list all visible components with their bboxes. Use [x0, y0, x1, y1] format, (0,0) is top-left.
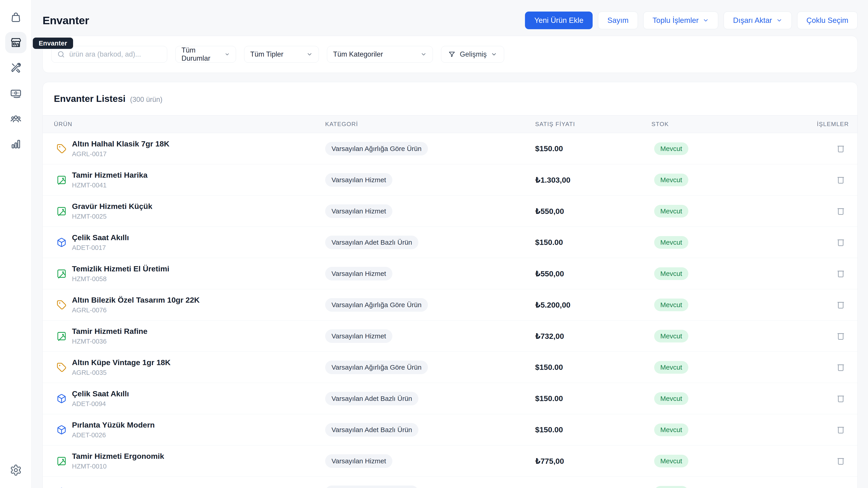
delete-button[interactable]: [835, 362, 846, 373]
sidebar-item-customers[interactable]: [9, 112, 22, 125]
trash-icon: [836, 362, 845, 372]
product-info: Temizlik Hizmeti El Üretimi HZMT-0058: [72, 264, 169, 283]
product-price: ₺550,00: [535, 269, 651, 278]
product-type-icon-wrap: [57, 487, 66, 488]
sidebar-item-repairs[interactable]: [9, 62, 22, 74]
actions-cell: [817, 174, 846, 186]
advanced-filter-button[interactable]: Gelişmiş: [441, 46, 504, 63]
sidebar-item-inventory[interactable]: [9, 36, 22, 49]
table-row[interactable]: Altın Bilezik Özel Tasarım 10gr 22K AGRL…: [43, 289, 857, 321]
table-row[interactable]: Tamir Hizmeti Ergonomik HZMT-0010 Varsay…: [43, 446, 857, 477]
trash-icon: [836, 300, 845, 309]
product-price: $150.00: [535, 238, 651, 247]
table-row[interactable]: Çelik Saat Akıllı ADET-0017 Varsayılan A…: [43, 227, 857, 258]
status-filter-select[interactable]: Tüm Durumlar: [175, 46, 236, 63]
product-info: Altın Halhal Klasik 7gr 18K AGRL-0017: [72, 140, 169, 158]
sidebar-item-finance[interactable]: [9, 87, 22, 100]
product-cell: Tamir Hizmeti Ergonomik HZMT-0010: [54, 452, 325, 470]
table-row[interactable]: Altın Küpe Vintage 1gr 18K AGRL-0035 Var…: [43, 352, 857, 383]
actions-cell: [817, 268, 846, 279]
stock-count-button[interactable]: Sayım: [598, 11, 638, 29]
product-price: $150.00: [535, 394, 651, 403]
product-type-icon-wrap: [57, 238, 66, 247]
category-cell: Varsayılan Hizmet: [325, 204, 535, 218]
product-cell: Tamir Hizmeti Harika HZMT-0041: [54, 171, 325, 189]
category-badge: Varsayılan Ağırlığa Göre Ürün: [325, 298, 428, 312]
trash-icon: [836, 238, 845, 247]
table-row[interactable]: Pırlanta Kolye Damla Varsayılan Adet Baz…: [43, 477, 857, 488]
delete-button[interactable]: [835, 268, 846, 279]
stock-badge: Mevcut: [654, 392, 688, 405]
table-row[interactable]: Temizlik Hizmeti El Üretimi HZMT-0058 Va…: [43, 258, 857, 289]
tag-icon: [57, 362, 66, 372]
multi-select-button[interactable]: Çoklu Seçim: [797, 11, 858, 29]
table-row[interactable]: Altın Halhal Klasik 7gr 18K AGRL-0017 Va…: [43, 133, 857, 164]
table-row[interactable]: Çelik Saat Akıllı ADET-0094 Varsayılan A…: [43, 383, 857, 414]
delete-button[interactable]: [835, 330, 846, 342]
table-body: Altın Halhal Klasik 7gr 18K AGRL-0017 Va…: [43, 133, 857, 488]
banknote-icon: [10, 87, 22, 99]
delete-button[interactable]: [835, 424, 846, 436]
delete-button[interactable]: [835, 455, 846, 467]
stock-badge: Mevcut: [654, 361, 688, 374]
table-row[interactable]: Pırlanta Yüzük Modern ADET-0026 Varsayıl…: [43, 414, 857, 446]
product-name: Tamir Hizmeti Harika: [72, 171, 148, 180]
bulk-actions-button[interactable]: Toplu İşlemler: [643, 11, 718, 29]
product-type-icon-wrap: [57, 456, 66, 466]
product-code: HZMT-0036: [72, 338, 148, 345]
product-code: AGRL-0017: [72, 150, 169, 158]
delete-button[interactable]: [835, 486, 846, 488]
category-cell: Varsayılan Hizmet: [325, 329, 535, 343]
category-badge: Varsayılan Adet Bazlı Ürün: [325, 423, 418, 437]
table-row[interactable]: Tamir Hizmeti Harika HZMT-0041 Varsayıla…: [43, 164, 857, 195]
category-cell: Varsayılan Hizmet: [325, 267, 535, 280]
stock-cell: Mevcut: [651, 361, 817, 374]
trash-icon: [836, 175, 845, 184]
stock-badge: Mevcut: [654, 205, 688, 217]
table-row[interactable]: Tamir Hizmeti Rafine HZMT-0036 Varsayıla…: [43, 321, 857, 352]
product-name: Altın Bilezik Özel Tasarım 10gr 22K: [72, 296, 199, 304]
delete-button[interactable]: [835, 174, 846, 186]
column-header-price: SATIŞ FİYATI: [535, 121, 651, 128]
inventory-list-card: Envanter Listesi (300 ürün) ÜRÜN KATEGOR…: [42, 82, 858, 488]
delete-button[interactable]: [835, 205, 846, 217]
users-icon: [10, 113, 22, 125]
table-row[interactable]: Gravür Hizmeti Küçük HZMT-0025 Varsayıla…: [43, 195, 857, 227]
product-name: Altın Küpe Vintage 1gr 18K: [72, 358, 170, 367]
sidebar-item-reports[interactable]: [9, 138, 22, 150]
category-cell: Varsayılan Ağırlığa Göre Ürün: [325, 298, 535, 312]
delete-button[interactable]: [835, 393, 846, 404]
image-icon: [57, 456, 66, 466]
category-filter-select[interactable]: Tüm Kategoriler: [327, 46, 433, 63]
sidebar-item-sales[interactable]: [9, 11, 22, 24]
export-button[interactable]: Dışarı Aktar: [724, 11, 792, 29]
actions-cell: [817, 237, 846, 248]
category-badge: Varsayılan Hizmet: [325, 329, 392, 343]
product-info: Pırlanta Yüzük Modern ADET-0026: [72, 421, 155, 439]
sidebar-item-settings[interactable]: [9, 464, 22, 477]
sidebar: [0, 0, 32, 488]
product-type-icon-wrap: [57, 269, 66, 279]
product-type-icon-wrap: [57, 300, 66, 310]
category-cell: Varsayılan Ağırlığa Göre Ürün: [325, 361, 535, 374]
delete-button[interactable]: [835, 143, 846, 155]
trash-icon: [836, 487, 845, 488]
stock-cell: Mevcut: [651, 455, 817, 467]
chevron-down-icon: [491, 51, 497, 58]
trash-icon: [836, 206, 845, 215]
add-product-button[interactable]: Yeni Ürün Ekle: [525, 11, 593, 29]
product-price: ₺1.303,00: [535, 176, 651, 184]
product-info: Altın Küpe Vintage 1gr 18K AGRL-0035: [72, 358, 170, 376]
inventory-list-header: Envanter Listesi (300 ürün): [43, 82, 857, 115]
product-info: Tamir Hizmeti Ergonomik HZMT-0010: [72, 452, 164, 470]
chevron-down-icon: [703, 17, 709, 24]
product-price: ₺732,00: [535, 332, 651, 341]
delete-button[interactable]: [835, 237, 846, 248]
delete-button[interactable]: [835, 299, 846, 311]
search-input[interactable]: [69, 50, 161, 58]
column-header-product: ÜRÜN: [54, 121, 325, 128]
category-badge: Varsayılan Adet Bazlı Ürün: [325, 392, 418, 405]
type-filter-select[interactable]: Tüm Tipler: [244, 46, 319, 63]
trash-icon: [836, 425, 845, 434]
category-cell: Varsayılan Adet Bazlı Ürün: [325, 236, 535, 249]
